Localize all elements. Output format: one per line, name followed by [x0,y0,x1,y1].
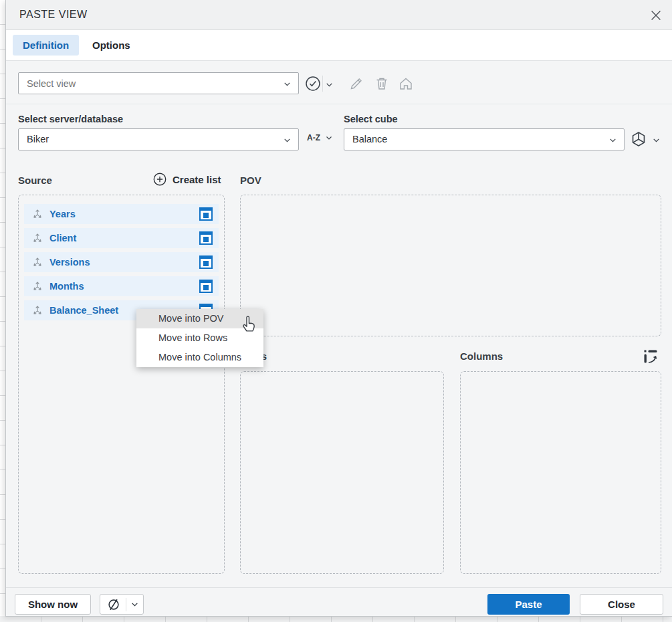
suppress-divider [126,598,126,611]
source-item-client[interactable]: Client [24,228,219,248]
pov-label: POV [240,175,261,186]
select-elements-icon[interactable] [199,255,213,269]
dimension-icon [31,304,44,317]
source-item-months[interactable]: Months [24,276,219,296]
show-now-button[interactable]: Show now [15,594,91,615]
dialog-titlebar: PASTE VIEW [6,0,672,30]
pov-dropzone[interactable] [240,195,661,336]
suppress-dropdown-chevron-icon[interactable] [130,600,139,609]
tab-options[interactable]: Options [82,35,140,56]
create-list-label: Create list [173,174,221,185]
dimension-icon [31,280,44,293]
close-icon[interactable] [649,8,663,23]
sort-az-label: A-Z [307,133,320,142]
server-label: Select server/database [18,114,123,124]
cube-dropdown-chevron-icon[interactable] [652,135,661,144]
source-item-label: Balance_Sheet [49,305,118,316]
menu-item-move-into-columns[interactable]: Move into Columns [136,348,263,367]
menu-item-move-into-pov[interactable]: Move into POV [136,309,263,328]
delete-trash-icon[interactable] [374,76,390,92]
view-select-input[interactable] [27,73,264,94]
footer-divider [6,587,672,588]
select-elements-icon[interactable] [199,231,213,245]
server-value: Biker [27,134,49,144]
plus-circle-icon [152,172,167,187]
source-item-label: Client [49,233,76,243]
dimension-icon [31,207,44,221]
apply-check-icon[interactable] [305,76,321,92]
dimension-icon [31,231,44,245]
paste-button[interactable]: Paste [487,594,570,615]
dialog-title: PASTE VIEW [19,9,88,21]
spreadsheet-background-left [0,0,5,622]
view-select-combobox[interactable] [18,72,299,94]
source-item-label: Versions [49,257,90,268]
toolbar-divider [322,76,323,92]
cube-label: Select cube [344,114,398,124]
select-elements-icon[interactable] [199,280,213,293]
edit-pencil-icon[interactable] [348,76,364,92]
dimension-icon [31,255,44,269]
cube-combobox[interactable]: Balance [344,128,625,150]
columns-label: Columns [460,350,503,362]
suppress-zero-icon [106,597,121,612]
cube-icon[interactable] [630,130,647,148]
home-icon[interactable] [398,76,414,92]
close-button[interactable]: Close [580,594,663,615]
move-context-menu: Move into POV Move into Rows Move into C… [136,309,263,367]
tabstrip: Definition Options [6,30,672,61]
tab-definition[interactable]: Definition [13,35,79,56]
transpose-icon[interactable] [643,348,659,365]
create-list-button[interactable]: Create list [152,172,221,187]
apply-dropdown-chevron-icon[interactable] [325,80,334,89]
suppress-zeros-button[interactable] [100,594,144,615]
server-combobox[interactable]: Biker [18,128,299,150]
source-item-label: Years [49,209,76,219]
source-item-versions[interactable]: Versions [24,252,219,272]
rows-dropzone[interactable] [240,371,444,574]
cube-value: Balance [352,134,387,144]
source-item-label: Months [49,281,84,292]
columns-dropzone[interactable] [460,371,661,574]
menu-item-move-into-rows[interactable]: Move into Rows [136,328,263,348]
paste-view-dialog: PASTE VIEW Definition Options Select ser… [5,0,672,617]
source-list-container[interactable]: Years Client Versions Months Balance_She… [18,195,225,574]
sort-az-button[interactable]: A-Z [307,133,333,142]
source-label: Source [18,175,52,186]
spreadsheet-background-bottom [0,616,672,622]
source-item-years[interactable]: Years [24,204,219,224]
section-divider [6,104,672,104]
select-elements-icon[interactable] [199,207,213,221]
